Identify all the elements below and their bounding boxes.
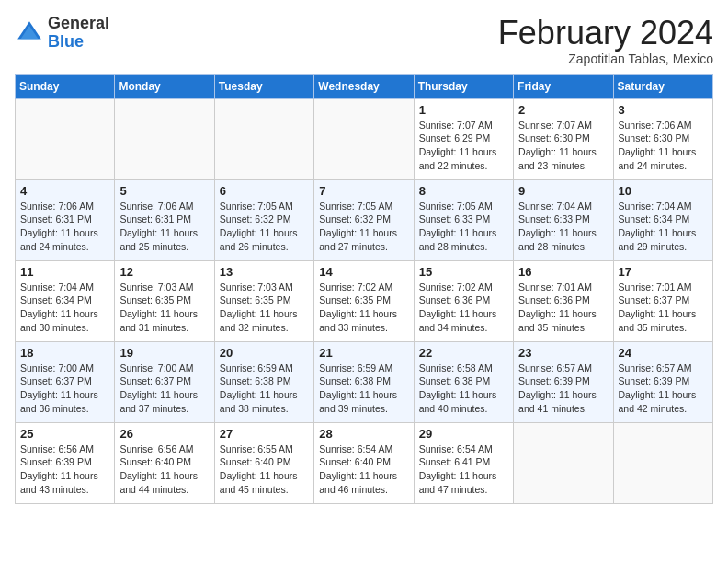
calendar-day-cell: 15Sunrise: 7:02 AMSunset: 6:36 PMDayligh… [414, 260, 513, 341]
day-info: Sunrise: 7:01 AMSunset: 6:36 PMDaylight:… [518, 281, 608, 335]
calendar-day-cell [16, 98, 115, 179]
day-info: Sunrise: 7:04 AMSunset: 6:33 PMDaylight:… [518, 200, 608, 254]
calendar-day-cell: 16Sunrise: 7:01 AMSunset: 6:36 PMDayligh… [514, 260, 613, 341]
day-number: 5 [119, 184, 209, 198]
day-number: 27 [220, 427, 309, 441]
day-info: Sunrise: 7:02 AMSunset: 6:35 PMDaylight:… [319, 281, 408, 335]
calendar-day-cell: 12Sunrise: 7:03 AMSunset: 6:35 PMDayligh… [115, 260, 214, 341]
day-info: Sunrise: 7:00 AMSunset: 6:37 PMDaylight:… [20, 362, 109, 416]
day-number: 22 [419, 346, 508, 360]
calendar-table: SundayMondayTuesdayWednesdayThursdayFrid… [15, 74, 713, 504]
day-info: Sunrise: 7:06 AMSunset: 6:30 PMDaylight:… [619, 119, 708, 173]
calendar-day-cell: 2Sunrise: 7:07 AMSunset: 6:30 PMDaylight… [514, 98, 613, 179]
day-number: 23 [518, 346, 608, 360]
weekday-header-saturday: Saturday [613, 74, 712, 98]
day-info: Sunrise: 7:07 AMSunset: 6:29 PMDaylight:… [419, 119, 508, 173]
weekday-header-sunday: Sunday [16, 74, 115, 98]
day-number: 6 [220, 184, 309, 198]
calendar-header: SundayMondayTuesdayWednesdayThursdayFrid… [16, 74, 713, 98]
calendar-day-cell: 18Sunrise: 7:00 AMSunset: 6:37 PMDayligh… [16, 341, 115, 422]
day-info: Sunrise: 6:54 AMSunset: 6:40 PMDaylight:… [319, 442, 408, 497]
day-number: 8 [419, 184, 508, 198]
location-subtitle: Zapotitlan Tablas, Mexico [498, 52, 713, 66]
day-info: Sunrise: 6:59 AMSunset: 6:38 PMDaylight:… [220, 362, 309, 416]
calendar-day-cell: 21Sunrise: 6:59 AMSunset: 6:38 PMDayligh… [314, 341, 414, 422]
day-number: 11 [20, 265, 109, 279]
day-info: Sunrise: 7:03 AMSunset: 6:35 PMDaylight:… [119, 281, 209, 335]
day-info: Sunrise: 6:55 AMSunset: 6:40 PMDaylight:… [220, 442, 309, 497]
day-number: 13 [220, 265, 309, 279]
day-number: 4 [20, 184, 109, 198]
calendar-day-cell: 7Sunrise: 7:05 AMSunset: 6:32 PMDaylight… [314, 179, 414, 260]
day-number: 3 [619, 103, 708, 117]
logo-icon [15, 18, 44, 48]
weekday-header-row: SundayMondayTuesdayWednesdayThursdayFrid… [16, 74, 713, 98]
calendar-day-cell [613, 422, 712, 503]
calendar-day-cell: 24Sunrise: 6:57 AMSunset: 6:39 PMDayligh… [613, 341, 712, 422]
day-info: Sunrise: 7:05 AMSunset: 6:33 PMDaylight:… [419, 200, 508, 254]
day-info: Sunrise: 6:57 AMSunset: 6:39 PMDaylight:… [518, 362, 608, 416]
calendar-day-cell: 9Sunrise: 7:04 AMSunset: 6:33 PMDaylight… [514, 179, 613, 260]
day-number: 26 [119, 427, 209, 441]
calendar-day-cell [115, 98, 214, 179]
day-number: 24 [619, 346, 708, 360]
day-number: 15 [419, 265, 508, 279]
calendar-day-cell: 20Sunrise: 6:59 AMSunset: 6:38 PMDayligh… [214, 341, 313, 422]
day-number: 18 [20, 346, 109, 360]
title-block: February 2024 Zapotitlan Tablas, Mexico [498, 15, 713, 66]
calendar-day-cell: 4Sunrise: 7:06 AMSunset: 6:31 PMDaylight… [16, 179, 115, 260]
calendar-day-cell: 19Sunrise: 7:00 AMSunset: 6:37 PMDayligh… [115, 341, 214, 422]
calendar-day-cell: 25Sunrise: 6:56 AMSunset: 6:39 PMDayligh… [16, 422, 115, 503]
day-info: Sunrise: 7:05 AMSunset: 6:32 PMDaylight:… [319, 200, 408, 254]
day-info: Sunrise: 7:04 AMSunset: 6:34 PMDaylight:… [20, 281, 109, 335]
calendar-day-cell: 10Sunrise: 7:04 AMSunset: 6:34 PMDayligh… [613, 179, 712, 260]
day-info: Sunrise: 7:02 AMSunset: 6:36 PMDaylight:… [419, 281, 508, 335]
day-number: 17 [619, 265, 708, 279]
calendar-day-cell: 22Sunrise: 6:58 AMSunset: 6:38 PMDayligh… [414, 341, 513, 422]
day-info: Sunrise: 6:56 AMSunset: 6:40 PMDaylight:… [119, 442, 209, 497]
day-info: Sunrise: 7:05 AMSunset: 6:32 PMDaylight:… [220, 200, 309, 254]
day-number: 21 [319, 346, 408, 360]
calendar-week-row: 4Sunrise: 7:06 AMSunset: 6:31 PMDaylight… [16, 179, 713, 260]
weekday-header-thursday: Thursday [414, 74, 513, 98]
calendar-day-cell [514, 422, 613, 503]
day-info: Sunrise: 7:00 AMSunset: 6:37 PMDaylight:… [119, 362, 209, 416]
calendar-week-row: 18Sunrise: 7:00 AMSunset: 6:37 PMDayligh… [16, 341, 713, 422]
day-info: Sunrise: 7:01 AMSunset: 6:37 PMDaylight:… [619, 281, 708, 335]
day-info: Sunrise: 6:56 AMSunset: 6:39 PMDaylight:… [20, 442, 109, 497]
calendar-day-cell: 14Sunrise: 7:02 AMSunset: 6:35 PMDayligh… [314, 260, 414, 341]
day-info: Sunrise: 7:03 AMSunset: 6:35 PMDaylight:… [220, 281, 309, 335]
calendar-day-cell: 5Sunrise: 7:06 AMSunset: 6:31 PMDaylight… [115, 179, 214, 260]
day-number: 29 [419, 427, 508, 441]
day-number: 16 [518, 265, 608, 279]
calendar-week-row: 11Sunrise: 7:04 AMSunset: 6:34 PMDayligh… [16, 260, 713, 341]
day-number: 9 [518, 184, 608, 198]
weekday-header-friday: Friday [514, 74, 613, 98]
calendar-week-row: 25Sunrise: 6:56 AMSunset: 6:39 PMDayligh… [16, 422, 713, 503]
day-number: 28 [319, 427, 408, 441]
day-info: Sunrise: 7:06 AMSunset: 6:31 PMDaylight:… [119, 200, 209, 254]
day-info: Sunrise: 6:59 AMSunset: 6:38 PMDaylight:… [319, 362, 408, 416]
calendar-day-cell: 8Sunrise: 7:05 AMSunset: 6:33 PMDaylight… [414, 179, 513, 260]
calendar-day-cell: 11Sunrise: 7:04 AMSunset: 6:34 PMDayligh… [16, 260, 115, 341]
page-header: General Blue February 2024 Zapotitlan Ta… [15, 15, 713, 66]
calendar-day-cell: 3Sunrise: 7:06 AMSunset: 6:30 PMDaylight… [613, 98, 712, 179]
calendar-day-cell: 29Sunrise: 6:54 AMSunset: 6:41 PMDayligh… [414, 422, 513, 503]
day-number: 19 [119, 346, 209, 360]
calendar-day-cell: 26Sunrise: 6:56 AMSunset: 6:40 PMDayligh… [115, 422, 214, 503]
calendar-day-cell [314, 98, 414, 179]
day-number: 12 [119, 265, 209, 279]
day-number: 20 [220, 346, 309, 360]
calendar-body: 1Sunrise: 7:07 AMSunset: 6:29 PMDaylight… [16, 98, 713, 503]
day-info: Sunrise: 6:57 AMSunset: 6:39 PMDaylight:… [619, 362, 708, 416]
month-year-title: February 2024 [498, 15, 713, 52]
calendar-day-cell: 6Sunrise: 7:05 AMSunset: 6:32 PMDaylight… [214, 179, 313, 260]
day-info: Sunrise: 7:07 AMSunset: 6:30 PMDaylight:… [518, 119, 608, 173]
logo: General Blue [15, 15, 109, 52]
day-number: 10 [619, 184, 708, 198]
calendar-day-cell: 27Sunrise: 6:55 AMSunset: 6:40 PMDayligh… [214, 422, 313, 503]
weekday-header-tuesday: Tuesday [214, 74, 313, 98]
calendar-day-cell: 23Sunrise: 6:57 AMSunset: 6:39 PMDayligh… [514, 341, 613, 422]
logo-general-text: General [48, 15, 109, 33]
day-number: 25 [20, 427, 109, 441]
